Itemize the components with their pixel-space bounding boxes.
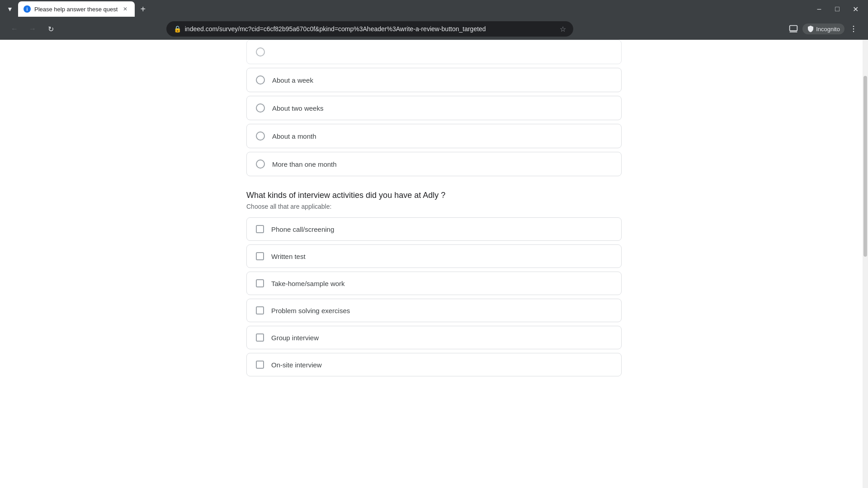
url-text: indeed.com/survey/mc?cid=c6cf82b95a670c0… (185, 25, 556, 33)
checkbox-label-problem-solving: Problem solving exercises (271, 307, 350, 314)
checkbox-option-phone[interactable]: Phone call/screening (246, 217, 622, 241)
checkbox-label-group-interview: Group interview (271, 334, 319, 342)
svg-point-2 (853, 26, 854, 27)
radio-button-more-than-month[interactable] (256, 160, 265, 169)
back-button[interactable]: ← (7, 22, 22, 36)
incognito-label: Incognito (816, 26, 840, 33)
scrollbar-thumb[interactable] (863, 76, 867, 257)
minimize-button[interactable]: – (814, 4, 825, 14)
option-label-more-than-month: More than one month (272, 160, 337, 168)
checkbox-label-phone: Phone call/screening (271, 225, 334, 233)
bookmark-star-icon[interactable]: ☆ (560, 25, 566, 33)
close-button[interactable]: ✕ (850, 4, 861, 14)
checkbox-problem-solving[interactable] (256, 306, 264, 314)
radio-button-top-partial[interactable] (256, 47, 265, 56)
checkbox-written-test[interactable] (256, 252, 264, 260)
reload-button[interactable]: ↻ (43, 22, 58, 36)
security-icon: 🔒 (174, 25, 181, 33)
new-tab-button[interactable]: + (137, 3, 149, 15)
checkbox-phone[interactable] (256, 225, 264, 233)
checkbox-option-written-test[interactable]: Written test (246, 244, 622, 268)
radio-button-about-two-weeks[interactable] (256, 103, 265, 113)
forward-button[interactable]: → (25, 22, 40, 36)
checkbox-label-onsite-interview: On-site interview (271, 361, 322, 369)
radio-button-about-month[interactable] (256, 131, 265, 141)
profile-button[interactable] (786, 22, 801, 36)
tab-title: Please help answer these quest (34, 6, 118, 13)
option-label-about-month: About a month (272, 132, 316, 140)
tab-favicon: i (24, 5, 31, 13)
checkbox-option-takehome[interactable]: Take-home/sample work (246, 272, 622, 295)
radio-option-about-week[interactable]: About a week (246, 68, 622, 92)
question-subtitle: Choose all that are applicable: (246, 203, 622, 210)
checkbox-group-interview[interactable] (256, 333, 264, 342)
question-title: What kinds of interview activities did y… (246, 191, 622, 200)
checkbox-label-written-test: Written test (271, 253, 306, 260)
url-bar[interactable]: 🔒 indeed.com/survey/mc?cid=c6cf82b95a670… (166, 21, 573, 37)
option-label-about-week: About a week (272, 76, 313, 84)
checkbox-option-group-interview[interactable]: Group interview (246, 326, 622, 349)
radio-option-more-than-month[interactable]: More than one month (246, 152, 622, 176)
active-tab[interactable]: i Please help answer these quest ✕ (18, 1, 135, 17)
radio-option-about-two-weeks[interactable]: About two weeks (246, 96, 622, 120)
checkbox-label-takehome: Take-home/sample work (271, 280, 345, 287)
option-label-about-two-weeks: About two weeks (272, 104, 323, 112)
restore-button[interactable]: □ (832, 4, 843, 14)
checkbox-option-onsite-interview[interactable]: On-site interview (246, 353, 622, 376)
tab-dropdown[interactable]: ▼ (4, 3, 16, 15)
radio-button-about-week[interactable] (256, 75, 265, 84)
incognito-indicator: Incognito (802, 23, 844, 34)
menu-button[interactable] (846, 22, 861, 36)
svg-point-4 (853, 31, 854, 33)
checkbox-takehome[interactable] (256, 279, 264, 287)
scrollbar[interactable] (863, 40, 868, 488)
page-content: About a week About two weeks About a mon… (0, 40, 868, 488)
radio-option-about-month[interactable]: About a month (246, 124, 622, 148)
radio-option-top-partial[interactable] (246, 40, 622, 64)
checkbox-option-problem-solving[interactable]: Problem solving exercises (246, 299, 622, 322)
checkbox-onsite-interview[interactable] (256, 361, 264, 369)
svg-rect-0 (790, 26, 797, 31)
tab-close-button[interactable]: ✕ (121, 5, 129, 13)
svg-point-3 (853, 28, 854, 30)
question-section-interview-activities: What kinds of interview activities did y… (246, 191, 622, 210)
